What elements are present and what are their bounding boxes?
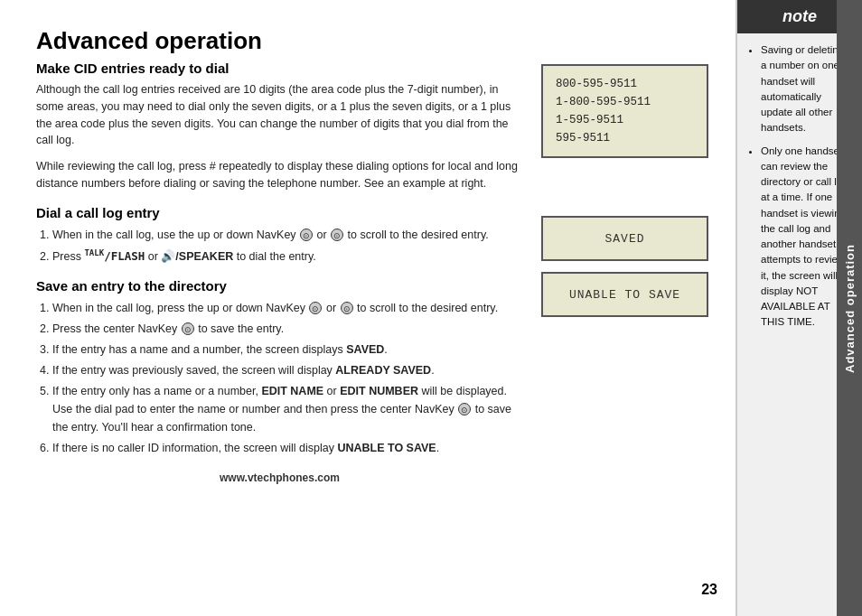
section-save: Save an entry to the directory When in t… <box>36 278 523 457</box>
phone-screen-unable: UNABLE TO SAVE <box>541 272 708 317</box>
already-saved-label: ALREADY SAVED <box>335 364 431 377</box>
footer-url: www.vtechphones.com <box>220 471 340 484</box>
section-heading-dial: Dial a call log entry <box>36 205 523 220</box>
edit-number-label: EDIT NUMBER <box>340 385 418 397</box>
navkey-center2-icon: ⊙ <box>458 403 471 415</box>
section-make-cid: Make CID entries ready to dial Although … <box>36 61 523 192</box>
navkey-up2-icon: ⊙ <box>309 302 322 314</box>
right-sidebar: note Saving or deleting a number on one … <box>736 0 862 616</box>
screen-number-1: 800-595-9511 <box>556 75 694 93</box>
navkey-up-icon: ⊙ <box>300 229 313 241</box>
saved-label: SAVED <box>346 343 384 356</box>
navkey-center-icon: ⊙ <box>182 322 194 335</box>
unable-screen-text: UNABLE TO SAVE <box>569 288 680 302</box>
note-label: note <box>782 7 817 25</box>
vertical-label: Advanced operation <box>837 0 862 616</box>
screen-number-3: 1-595-9511 <box>556 111 694 129</box>
main-content: Advanced operation Make CID entries read… <box>0 0 736 616</box>
navkey-down2-icon: ⊙ <box>341 302 353 314</box>
save-step-1: When in the call log, press the up or do… <box>52 299 523 317</box>
save-step-2: Press the center NavKey ⊙ to save the en… <box>52 320 523 338</box>
section-heading-save: Save an entry to the directory <box>36 278 523 294</box>
content-area: Make CID entries ready to dial Although … <box>36 61 708 484</box>
save-step-6: If there is no caller ID information, th… <box>52 439 523 457</box>
save-steps-list: When in the call log, press the up or do… <box>36 299 523 457</box>
dial-step-1: When in the call log, use the up or down… <box>52 226 523 244</box>
section-heading-make-cid: Make CID entries ready to dial <box>36 61 523 76</box>
page-title: Advanced operation <box>36 27 708 55</box>
body-text-2: While reviewing the call log, press # re… <box>36 158 523 192</box>
screen-number-2: 1-800-595-9511 <box>556 93 694 111</box>
footer: www.vtechphones.com <box>36 471 523 484</box>
right-column: 800-595-9511 1-800-595-9511 1-595-9511 5… <box>541 61 708 484</box>
phone-screen-numbers: 800-595-9511 1-800-595-9511 1-595-9511 5… <box>541 64 708 158</box>
save-step-4: If the entry was previously saved, the s… <box>52 361 523 379</box>
section-dial: Dial a call log entry When in the call l… <box>36 205 523 266</box>
unable-to-save-label: UNABLE TO SAVE <box>337 442 436 454</box>
saved-screen-text: SAVED <box>604 232 644 246</box>
note-bullets: Saving or deleting a number on one hands… <box>748 42 851 331</box>
left-column: Make CID entries ready to dial Although … <box>36 61 523 484</box>
dial-step-2: Press TALK/FLASH or 🔊/SPEAKER to dial th… <box>52 247 523 266</box>
save-step-5: If the entry only has a name or a number… <box>52 382 523 436</box>
edit-name-label: EDIT NAME <box>261 385 323 397</box>
screen-number-4: 595-9511 <box>556 129 694 147</box>
page-number: 23 <box>701 582 717 598</box>
body-text-1: Although the call log entries received a… <box>36 81 523 149</box>
sidebar-label-text: Advanced operation <box>843 244 857 373</box>
navkey-down-icon: ⊙ <box>331 229 343 241</box>
talk-flash-label: TALK/FLASH <box>84 249 145 263</box>
speaker-label: 🔊/SPEAKER <box>161 250 233 263</box>
dial-steps-list: When in the call log, use the up or down… <box>36 226 523 266</box>
phone-screen-saved: SAVED <box>541 216 708 261</box>
save-step-3: If the entry has a name and a number, th… <box>52 341 523 359</box>
